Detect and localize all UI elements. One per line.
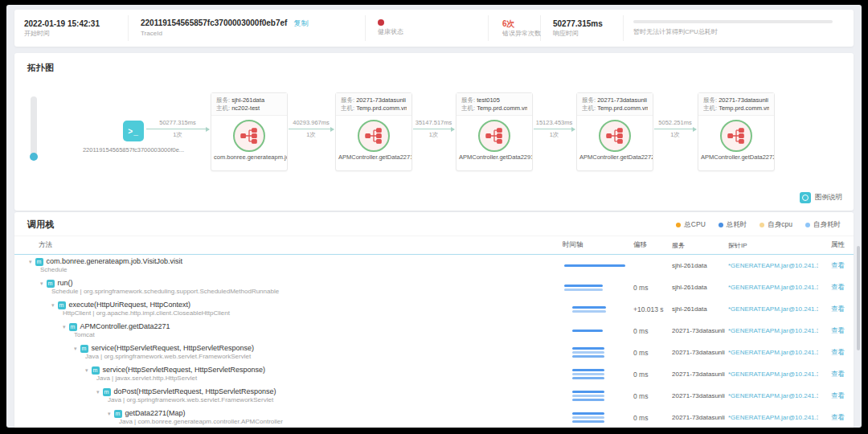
view-link[interactable]: 查看 [831,283,845,291]
response-time-value: 50277.315ms [553,18,623,29]
column-service: 服务 [672,241,728,250]
legend-item-label: 总耗时 [727,220,747,230]
health-status-icon [378,19,384,26]
method-cell: ▾mcom.bonree.generateapm.job.VisitJob.vi… [14,257,563,274]
callstack-header: 调用栈 总CPU总耗时自身cpu自身耗时 [14,212,854,235]
health-section: 健康状态 [366,15,489,41]
method-subtitle: Schedule [29,266,563,274]
cluster-icon [485,127,503,145]
offset-cell: 0 ms [633,349,672,357]
node-host: 主机: Temp.prd.comm.vm.by.idc.b... [703,104,769,113]
table-row[interactable]: ▾mservice(HttpServletRequest, HttpServle… [14,342,854,363]
chevron-down-icon[interactable]: ▾ [63,324,66,330]
node-method-label: APMController.getData2273 [698,154,774,161]
edge-count-label: 1次 [146,131,209,138]
chevron-down-icon[interactable]: ▾ [108,411,111,417]
node-service: 服务: test0105 [461,96,527,104]
method-icon: m [47,280,55,288]
view-link[interactable]: 查看 [831,305,845,313]
node-method-label: APMController.getData2272 [577,154,653,161]
edge-arrow [289,129,334,129]
probe-ip-link[interactable]: *GENERATEAPM.jar@10.241.3.202 [728,305,818,313]
method-name: execute(HttpUriRequest, HttpContext) [69,301,191,309]
service-node-icon [599,120,631,152]
offset-cell: 0 ms [633,392,672,400]
table-row[interactable]: ▾mservice(HttpServletRequest, HttpServle… [14,363,854,385]
method-name: getData2271(Map) [125,409,186,418]
column-attribute: 属性 [818,240,854,250]
view-link[interactable]: 查看 [831,370,845,378]
method-icon: m [80,345,88,353]
edge-time-label: 50277.315ms [146,119,209,127]
method-cell: ▾mdoPost(HttpServletRequest, HttpServlet… [14,387,563,404]
timeline-cell [563,306,633,313]
probe-ip-link[interactable]: *GENERATEAPM.jar@10.241.3.204 [728,414,818,421]
legend-button[interactable]: 图例说明 [800,192,842,203]
chevron-down-icon[interactable]: ▾ [85,367,88,374]
service-cell: 20271-73datasunli [672,349,728,356]
zoom-slider[interactable] [31,96,37,158]
zoom-slider-handle[interactable] [30,153,38,161]
method-cell: ▾mservice(HttpServletRequest, HttpServle… [14,366,563,383]
probe-ip-link[interactable]: *GENERATEAPM.jar@10.241.3.202 [728,284,818,291]
vertical-scrollbar[interactable] [857,246,860,350]
callstack-title: 调用栈 [27,219,54,231]
service-cell: sjhl-261data [672,284,728,291]
node-method-label: com.bonree.generateapm.job.Vis... [211,154,287,161]
chevron-down-icon[interactable]: ▾ [51,302,55,309]
method-subtitle: Java | com.bonree.generateapm.controller… [108,418,563,426]
table-row[interactable]: ▾mexecute(HttpUriRequest, HttpContext)Ht… [14,298,854,320]
probe-ip-link[interactable]: *GENERATEAPM.jar@10.241.3.202 [728,262,818,269]
column-offset: 偏移 [633,240,672,250]
table-row[interactable]: ▾mgetData2271(Map)Java | com.bonree.gene… [14,407,854,428]
node-method-label: APMController.getData2291 [457,154,532,161]
node-header: 服务: test0105主机: Temp.prd.comm.vm.by.idc.… [457,93,532,116]
topology-node[interactable]: 服务: 20271-73datasunli主机: Temp.prd.comm.v… [698,92,775,171]
chevron-down-icon[interactable]: ▾ [40,280,43,287]
offset-cell: 0 ms [633,284,672,292]
legend-item[interactable]: 总CPU [676,220,705,230]
node-host: 主机: Temp.prd.comm.vm.by.idc.b... [461,104,527,113]
service-cell: sjhl-261data [672,305,728,313]
cluster-icon [365,127,383,145]
chevron-down-icon[interactable]: ▾ [96,389,100,395]
view-link[interactable]: 查看 [831,413,845,421]
edge-count-label: 1次 [534,131,575,138]
probe-ip-link[interactable]: *GENERATEAPM.jar@10.241.3.204 [728,327,818,334]
table-row[interactable]: ▾mAPMController.getData2271Tomcat0 ms202… [14,320,854,342]
chevron-down-icon[interactable]: ▾ [74,346,77,352]
table-row[interactable]: ▾mcom.bonree.generateapm.job.VisitJob.vi… [14,255,854,276]
offset-cell: 0 ms [633,414,672,422]
topology-node[interactable]: 服务: 20271-73datasunli主机: Temp.prd.comm.v… [576,92,653,171]
table-row[interactable]: ▾mdoPost(HttpServletRequest, HttpServlet… [14,385,854,407]
method-icon: m [114,410,122,418]
timeline-cell [563,369,633,379]
cluster-icon [606,127,624,145]
legend-item[interactable]: 自身cpu [760,220,792,230]
probe-ip-link[interactable]: *GENERATEAPM.jar@10.241.3.204 [728,349,818,356]
table-row[interactable]: ▾mrun()Schedule | org.springframework.sc… [14,276,854,298]
response-time-section: 50277.315ms 响应时间 [541,15,624,41]
timeline-cell [563,391,633,401]
method-name: run() [58,279,73,288]
topology-node[interactable]: 服务: 20271-73datasunli主机: Temp.prd.comm.v… [335,92,412,171]
legend-item[interactable]: 总耗时 [719,220,747,230]
callstack-rows: ▾mcom.bonree.generateapm.job.VisitJob.vi… [14,255,854,428]
topology-node[interactable]: 服务: test0105主机: Temp.prd.comm.vm.by.idc.… [456,92,533,171]
view-link[interactable]: 查看 [831,326,845,334]
topology-edge: 15123.453ms1次 [534,119,575,145]
copy-trace-id-button[interactable]: 复制 [293,19,308,27]
probe-ip-link[interactable]: *GENERATEAPM.jar@10.241.3.204 [728,371,818,378]
edge-count-label: 1次 [654,131,696,138]
timeline-bars [572,330,603,332]
view-link[interactable]: 查看 [831,261,845,269]
edge-arrow [534,129,575,129]
method-icon: m [92,366,100,375]
topology-node[interactable]: 服务: sjhl-261data主机: nc202-testcom.bonree… [211,92,288,171]
chevron-down-icon[interactable]: ▾ [29,259,32,265]
probe-ip-link[interactable]: *GENERATEAPM.jar@10.241.3.204 [728,392,818,399]
method-subtitle: Java | javax.servlet.http.HttpServlet [85,375,563,383]
view-link[interactable]: 查看 [831,391,845,399]
legend-item[interactable]: 自身耗时 [805,220,841,230]
view-link[interactable]: 查看 [831,348,845,356]
